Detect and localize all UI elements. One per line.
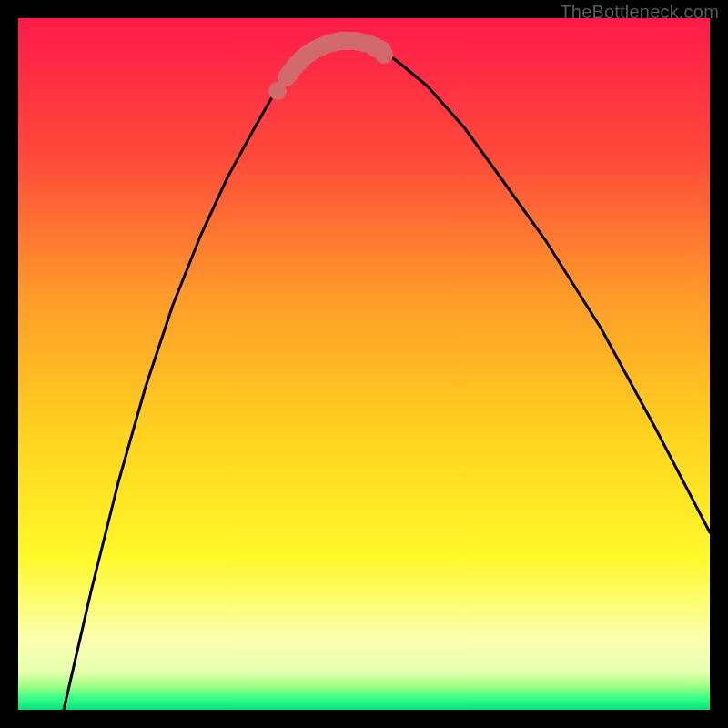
plot-area (18, 18, 710, 710)
highlight-marker (268, 82, 287, 100)
highlight-marker (293, 49, 311, 67)
highlight-marker (375, 46, 393, 64)
gradient-background (18, 18, 710, 710)
bottleneck-chart (18, 18, 710, 710)
chart-frame: TheBottleneck.com (0, 0, 728, 728)
